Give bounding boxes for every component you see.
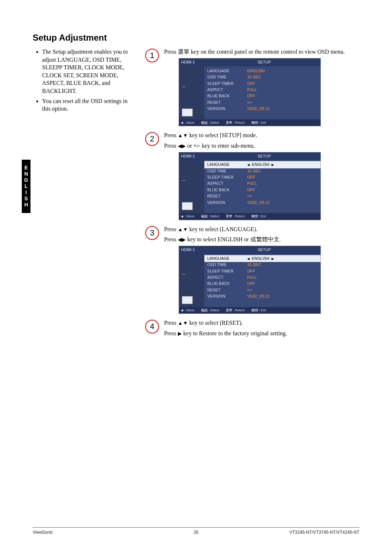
osd-nav-box — [182, 296, 193, 304]
step-2-line1: Press ▲▼ key to select [SETUP] mode. — [164, 131, 359, 139]
osd-row-label: VERSION — [207, 200, 247, 205]
chevron-right-icon — [271, 256, 274, 261]
step-2-line2: Press ◀▶ or +/- key to enter sub-menu. — [164, 142, 359, 150]
osd-row-label: LANGUAGE — [207, 68, 247, 74]
osd-row-label: SLEEP TIMER — [207, 269, 247, 274]
step-number-1: 1 — [145, 49, 159, 62]
chevron-left-icon — [247, 256, 250, 261]
osd-row-value: OFF — [247, 187, 318, 193]
osd-row-label: OSD TIME — [207, 168, 247, 174]
osd-row-value: ENGLISH — [247, 256, 318, 261]
page-footer: ViewSonic 26 VT3245-NT/VT3745-NT/VT4245-… — [33, 527, 359, 535]
osd-row-label: LANGUAGE — [207, 162, 247, 167]
step-4-line2: Press ▶ key to Restore to the factory or… — [164, 329, 359, 337]
osd-row-label: SLEEP TIMER — [207, 175, 247, 180]
step-number-4: 4 — [145, 320, 159, 333]
bullet-item: The Setup adjustment enables you to adju… — [42, 48, 134, 95]
osd-row-value: VS32_V0.12 — [247, 294, 318, 299]
osd-row-value: VS32_V0.12 — [247, 106, 318, 111]
osd-row-value: 15 SEC — [247, 262, 318, 267]
osd-row-value: >> — [247, 100, 318, 105]
osd-row-label: BLUE BACK — [207, 281, 247, 286]
step-3-line2: Press ◀▶ key to select ENGLISH or 或繁體中文. — [164, 235, 359, 243]
osd-row-label: ASPECT — [207, 87, 247, 93]
osd-footer: ◆ : Move 確認 : Select 選單 : Return 離開 : Ex… — [179, 119, 320, 126]
osd-title: SETUP — [210, 247, 318, 253]
osd-row-label: VERSION — [207, 106, 247, 111]
osd-row-label: OSD TIME — [207, 262, 247, 267]
osd-nav-box — [182, 202, 193, 210]
osd-row-label: BLUE BACK — [207, 187, 247, 193]
osd-row-label: ASPECT — [207, 181, 247, 186]
osd-row-value: OFF — [247, 93, 318, 99]
osd-row-label: RESET — [207, 287, 247, 293]
osd-row-label: RESET — [207, 193, 247, 199]
osd-source: HDMI-1 — [181, 247, 210, 253]
bullet-item: You can reset all the OSD settings in th… — [42, 97, 134, 113]
osd-row-label: OSD TIME — [207, 74, 247, 80]
osd-row-value: ENGLISH — [247, 162, 318, 167]
osd-row-value: OFF — [247, 81, 318, 86]
osd-row-label: VERSION — [207, 294, 247, 299]
step-number-2: 2 — [145, 132, 159, 146]
osd-row-value: >> — [247, 193, 318, 199]
osd-title: SETUP — [210, 60, 318, 65]
osd-screenshot-3: HDMI-1 SETUP ⚊ LANGUAGEENGLISH OSD TIME1… — [179, 246, 321, 314]
osd-row-value: FULL — [247, 181, 318, 186]
osd-row-label: RESET — [207, 100, 247, 105]
osd-row-value: >> — [247, 287, 318, 293]
osd-footer: ◆ : Move 確認 : Select 選單 : Return 離開 : Ex… — [179, 307, 320, 314]
step-1-text: Press 選單 key on the control panel or the… — [164, 48, 359, 56]
osd-screenshot-1: HDMI-1 SETUP ⚊ LANGUAGEENGLISH OSD TIME1… — [179, 58, 321, 126]
osd-row-label: SLEEP TIMER — [207, 81, 247, 86]
step-number-3: 3 — [145, 226, 159, 240]
footer-brand: ViewSonic — [33, 530, 142, 535]
osd-row-value: OFF — [247, 269, 318, 274]
intro-bullets: The Setup adjustment enables you to adju… — [33, 48, 134, 113]
osd-row-value: 15 SEC — [247, 168, 318, 174]
osd-footer: ◆ : Move 確認 : Select 選單 : Return 離開 : Ex… — [179, 213, 320, 220]
step-3-line1: Press ▲▼ key to select (LANGUAGE). — [164, 225, 359, 233]
osd-row-value: ENGLISH — [247, 68, 318, 74]
step-4-line1: Press ▲▼ key to select (RESET). — [164, 319, 359, 327]
osd-row-value: OFF — [247, 175, 318, 180]
osd-row-value: VS32_V0.12 — [247, 200, 318, 205]
osd-row-value: FULL — [247, 87, 318, 93]
osd-nav-icon: ⚊ — [182, 270, 186, 276]
osd-nav-box — [182, 108, 193, 116]
chevron-right-icon — [271, 162, 274, 167]
osd-row-value: FULL — [247, 275, 318, 280]
section-title: Setup Adjustment — [33, 33, 359, 43]
osd-row-label: ASPECT — [207, 275, 247, 280]
osd-nav-icon: ⚊ — [182, 83, 186, 89]
footer-model: VT3245-NT/VT3745-NT/VT4245-NT — [250, 530, 359, 535]
osd-row-value: 15 SEC — [247, 74, 318, 80]
osd-screenshot-2: HDMI-1 SETUP ⚊ LANGUAGEENGLISH OSD TIME1… — [179, 152, 321, 220]
language-tab: ENGLISH — [22, 160, 30, 213]
osd-source: HDMI-1 — [181, 60, 210, 65]
footer-page-number: 26 — [142, 530, 250, 535]
osd-title: SETUP — [210, 153, 318, 159]
osd-row-label: LANGUAGE — [207, 256, 247, 261]
osd-nav-icon: ⚊ — [182, 176, 186, 183]
osd-row-label: BLUE BACK — [207, 93, 247, 99]
chevron-left-icon — [247, 162, 250, 167]
osd-source: HDMI-1 — [181, 153, 210, 159]
osd-row-value: OFF — [247, 281, 318, 286]
